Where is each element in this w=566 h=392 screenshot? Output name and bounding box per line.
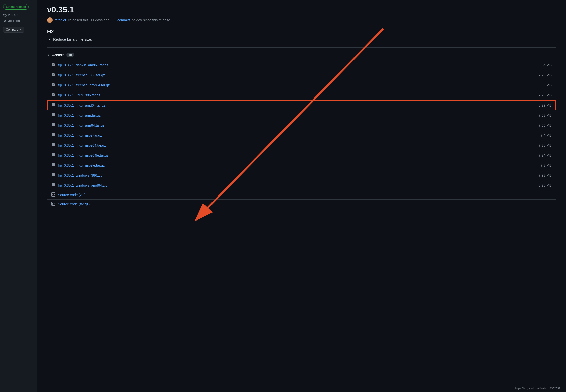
table-row: frp_0.35.1_freebsd_386.tar.gz7.75 MB (47, 70, 556, 80)
asset-size: 7.38 MB (433, 140, 556, 150)
release-body: Fix Reduce binary file size. (47, 29, 556, 41)
source-code-link[interactable]: Source code (tar.gz) (58, 202, 90, 206)
tag-icon (3, 13, 7, 17)
asset-size: 7.56 MB (433, 120, 556, 130)
archive-icon (51, 93, 55, 97)
asset-size: 7.76 MB (433, 90, 556, 100)
archive-icon (51, 103, 55, 108)
archive-icon (51, 143, 55, 148)
asset-link[interactable]: frp_0.35.1_windows_amd64.zip (58, 183, 107, 187)
asset-size: 7.24 MB (433, 150, 556, 160)
asset-size: 8.3 MB (433, 80, 556, 90)
asset-size: 7.75 MB (433, 70, 556, 80)
asset-link[interactable]: frp_0.35.1_linux_386.tar.gz (58, 93, 100, 97)
archive-icon (51, 173, 55, 178)
avatar: f (47, 17, 53, 23)
table-row: frp_0.35.1_windows_386.zip7.93 MB (47, 170, 556, 180)
asset-size: 8.29 MB (433, 100, 556, 110)
asset-link[interactable]: frp_0.35.1_freebsd_386.tar.gz (58, 73, 105, 77)
archive-icon (51, 113, 55, 118)
commit-icon (3, 19, 7, 23)
archive-icon (51, 73, 55, 77)
asset-size: 7.63 MB (433, 110, 556, 120)
sidebar: Latest release v0.35.1 3bf1eb8 Compare (0, 0, 37, 392)
released-text: released this (68, 18, 88, 22)
asset-link[interactable]: frp_0.35.1_freebsd_amd64.tar.gz (58, 83, 110, 87)
username-link[interactable]: fatedier (55, 18, 66, 22)
table-row: frp_0.35.1_linux_arm.tar.gz7.63 MB (47, 110, 556, 120)
asset-size: 7.93 MB (433, 170, 556, 180)
asset-size: 7.3 MB (433, 160, 556, 170)
table-row: frp_0.35.1_linux_386.tar.gz7.76 MB (47, 90, 556, 100)
archive-icon (51, 153, 55, 158)
asset-link[interactable]: frp_0.35.1_linux_amd64.tar.gz (58, 103, 105, 107)
asset-size: 8.64 MB (433, 60, 556, 70)
asset-link[interactable]: frp_0.35.1_linux_mips64.tar.gz (58, 143, 106, 147)
asset-link[interactable]: frp_0.35.1_linux_mips64le.tar.gz (58, 153, 109, 157)
table-row: frp_0.35.1_linux_mipsle.tar.gz7.3 MB (47, 160, 556, 170)
source-code-icon (51, 192, 55, 197)
dot-separator: · (111, 18, 112, 22)
asset-size: 7.4 MB (433, 130, 556, 140)
asset-link[interactable]: frp_0.35.1_linux_mipsle.tar.gz (58, 163, 105, 167)
archive-icon (51, 83, 55, 87)
archive-icon (51, 123, 55, 128)
archive-icon (51, 63, 55, 67)
archive-icon (51, 133, 55, 138)
sidebar-tag-label: v0.35.1 (8, 13, 19, 17)
table-row: frp_0.35.1_linux_arm64.tar.gz7.56 MB (47, 120, 556, 130)
sidebar-tag: v0.35.1 (3, 13, 34, 17)
table-row: Source code (zip) (47, 190, 556, 200)
source-code-link[interactable]: Source code (zip) (58, 193, 86, 197)
fix-item: Reduce binary file size. (53, 37, 556, 41)
assets-label: Assets (52, 53, 64, 57)
assets-count-badge: 15 (66, 53, 74, 57)
asset-link[interactable]: frp_0.35.1_linux_arm64.tar.gz (58, 123, 104, 127)
sidebar-commit: 3bf1eb8 (3, 19, 34, 23)
divider (47, 47, 556, 48)
triangle-icon (47, 53, 50, 56)
table-row: frp_0.35.1_linux_mips64le.tar.gz7.24 MB (47, 150, 556, 160)
source-code-icon (51, 202, 55, 206)
main-content: v0.35.1 f fatedier released this 11 days… (37, 0, 566, 392)
fix-list: Reduce binary file size. (47, 37, 556, 41)
asset-link[interactable]: frp_0.35.1_linux_arm.tar.gz (58, 113, 101, 117)
time-ago: 11 days ago (90, 18, 109, 22)
compare-button[interactable]: Compare (3, 27, 24, 33)
table-row: frp_0.35.1_darwin_amd64.tar.gz8.64 MB (47, 60, 556, 70)
asset-link[interactable]: frp_0.35.1_windows_386.zip (58, 173, 102, 177)
asset-size: 8.28 MB (433, 180, 556, 190)
asset-link[interactable]: frp_0.35.1_linux_mips.tar.gz (58, 133, 102, 137)
table-row: frp_0.35.1_linux_mips.tar.gz7.4 MB (47, 130, 556, 140)
table-row: frp_0.35.1_linux_mips64.tar.gz7.38 MB (47, 140, 556, 150)
release-meta: f fatedier released this 11 days ago · 3… (47, 17, 556, 23)
archive-icon (51, 183, 55, 188)
assets-table: frp_0.35.1_darwin_amd64.tar.gz8.64 MB fr… (47, 60, 556, 209)
chevron-down-icon (20, 29, 22, 30)
archive-icon (51, 163, 55, 168)
table-row: frp_0.35.1_windows_amd64.zip8.28 MB (47, 180, 556, 190)
assets-header: Assets 15 (47, 53, 556, 57)
footer-url: https://blog.csdn.net/weixin_43526371 (515, 387, 562, 390)
commits-suffix: to dev since this release (132, 18, 170, 22)
sidebar-commit-label: 3bf1eb8 (8, 19, 20, 23)
table-row: Source code (tar.gz) (47, 200, 556, 209)
asset-link[interactable]: frp_0.35.1_darwin_amd64.tar.gz (58, 63, 108, 67)
fix-heading: Fix (47, 29, 556, 34)
table-row: frp_0.35.1_freebsd_amd64.tar.gz8.3 MB (47, 80, 556, 90)
release-title: v0.35.1 (47, 5, 556, 14)
table-row: frp_0.35.1_linux_amd64.tar.gz8.29 MB (47, 100, 556, 110)
commits-link[interactable]: 3 commits (114, 18, 130, 22)
latest-release-badge: Latest release (3, 4, 29, 10)
